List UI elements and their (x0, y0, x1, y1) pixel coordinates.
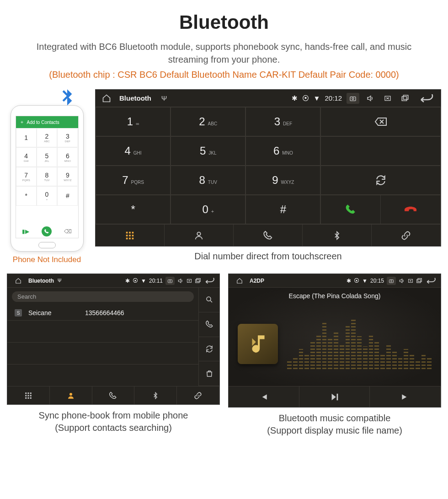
svg-rect-10 (132, 235, 134, 236)
svg-rect-9 (129, 235, 131, 236)
contact-number: 13566664466 (85, 309, 124, 317)
phone-key[interactable]: 3DEF (57, 128, 78, 147)
phone-key[interactable]: 6MNO (57, 147, 78, 166)
svg-rect-11 (126, 237, 128, 239)
dialpad-key[interactable]: 0+ (171, 195, 245, 224)
phone-key[interactable]: 5JKL (37, 147, 57, 166)
tab-pair[interactable] (177, 386, 219, 404)
screenshot-icon[interactable] (387, 277, 396, 285)
prev-button[interactable] (229, 386, 299, 407)
screenshot-icon[interactable] (165, 277, 175, 285)
volume-icon[interactable] (399, 278, 405, 284)
phone-key[interactable]: 1 (16, 128, 37, 147)
backspace-button[interactable] (320, 107, 441, 136)
phone-key[interactable]: # (57, 186, 78, 205)
phone-backspace-icon[interactable]: ⌫ (64, 228, 72, 235)
recents-icon[interactable] (399, 93, 411, 104)
close-icon[interactable] (381, 93, 394, 104)
call-button[interactable] (199, 312, 219, 337)
redial-button[interactable] (320, 166, 441, 195)
search-input[interactable]: Search (12, 291, 194, 302)
dialpad-key[interactable]: 6MNO (245, 136, 320, 166)
svg-point-20 (207, 297, 211, 301)
song-title: Escape (The Pina Colada Song) (229, 288, 441, 301)
back-icon[interactable] (204, 278, 215, 284)
dialpad-key[interactable]: * (96, 195, 171, 224)
dialpad-key[interactable]: 9WXYZ (245, 166, 320, 195)
tab-keypad[interactable] (7, 386, 50, 404)
contacts-headunit: Bluetooth Ψ ✱ ⦿ ▼ 20:11 Search (7, 274, 220, 405)
recents-icon[interactable] (195, 278, 201, 284)
svg-rect-6 (129, 231, 131, 233)
clock: 20:15 (370, 278, 384, 284)
contact-row[interactable]: S Seicane 13566664466 (7, 306, 198, 321)
phone-mockup: ＋ Add to Contacts 12ABC3DEF4GHI5JKL6MNO7… (11, 105, 84, 252)
back-icon[interactable] (425, 278, 436, 284)
dialpad-key[interactable]: # (245, 195, 320, 224)
add-contact-icon: ＋ (20, 119, 24, 125)
tab-bluetooth[interactable] (134, 386, 177, 404)
tab-recents[interactable] (92, 386, 135, 404)
sync-button[interactable] (199, 337, 219, 362)
contacts-title: Bluetooth (28, 278, 54, 284)
play-pause-button[interactable] (299, 386, 370, 407)
dialer-caption: Dial number direct from touchscreen (95, 247, 441, 264)
svg-rect-19 (197, 278, 200, 281)
dialpad-key[interactable]: 4GHI (96, 136, 171, 166)
screenshot-icon[interactable] (347, 93, 359, 104)
dialpad-key[interactable]: 7PQRS (96, 166, 171, 195)
dialer-headunit: Bluetooth Ψ ✱ ⦿ ▼ 20:12 1∞2ABC3DEF4GHI5J… (95, 89, 441, 247)
a2dp-caption-2: (Support display music file name) (228, 424, 441, 437)
close-icon[interactable] (187, 278, 192, 284)
page-title: Bluetooth (0, 0, 448, 40)
a2dp-title: A2DP (250, 278, 264, 284)
home-icon[interactable] (100, 93, 113, 104)
close-icon[interactable] (408, 278, 413, 284)
contacts-tabbar (7, 386, 219, 404)
phone-key[interactable]: 4GHI (16, 147, 37, 166)
home-icon[interactable] (233, 275, 246, 286)
svg-rect-23 (30, 392, 32, 394)
usb-icon: Ψ (158, 93, 171, 104)
tab-recents[interactable] (234, 225, 303, 246)
recents-icon[interactable] (416, 278, 422, 284)
phone-dial-button[interactable] (42, 226, 52, 236)
dialpad-key[interactable]: 3DEF (245, 107, 320, 136)
phone-caption: Phone Not Included (7, 255, 87, 264)
tab-pair[interactable] (372, 225, 441, 246)
dialpad-key[interactable]: 5JKL (171, 136, 245, 166)
home-icon[interactable] (12, 275, 25, 286)
volume-icon[interactable] (364, 93, 377, 104)
phone-video-icon[interactable]: ▮▶ (22, 228, 29, 235)
tab-contacts[interactable] (165, 225, 234, 246)
phone-key[interactable]: * (16, 186, 37, 205)
phone-key[interactable]: 8TUV (37, 167, 57, 186)
contacts-caption-2: (Support contacts searching) (7, 422, 220, 434)
svg-rect-26 (30, 395, 32, 396)
player-controls (229, 386, 441, 407)
phone-home-button[interactable] (38, 242, 56, 248)
volume-icon[interactable] (177, 278, 184, 284)
svg-point-30 (69, 393, 72, 396)
svg-rect-25 (27, 395, 29, 396)
dialpad-key[interactable]: 8TUV (171, 166, 245, 195)
tab-keypad[interactable] (96, 225, 165, 246)
contacts-caption-1: Sync phone-book from mobile phone (7, 409, 220, 422)
svg-rect-35 (418, 278, 421, 281)
dialpad-key[interactable]: 1∞ (96, 107, 171, 136)
dialpad-key[interactable]: 2ABC (171, 107, 245, 136)
phone-key[interactable]: 0+ (37, 186, 57, 205)
tab-bluetooth[interactable] (303, 225, 372, 246)
call-hangup-cell[interactable] (320, 195, 441, 224)
svg-rect-34 (417, 279, 421, 283)
search-button[interactable] (199, 288, 219, 312)
next-button[interactable] (370, 386, 441, 407)
phone-key[interactable]: 2ABC (37, 128, 57, 147)
phone-key[interactable]: 7PQRS (16, 167, 37, 186)
tab-contacts[interactable] (50, 386, 92, 404)
svg-rect-4 (403, 95, 408, 99)
svg-rect-5 (126, 231, 128, 233)
phone-key[interactable]: 9WXYZ (57, 167, 78, 186)
back-icon[interactable] (416, 93, 436, 104)
delete-button[interactable] (199, 361, 219, 386)
